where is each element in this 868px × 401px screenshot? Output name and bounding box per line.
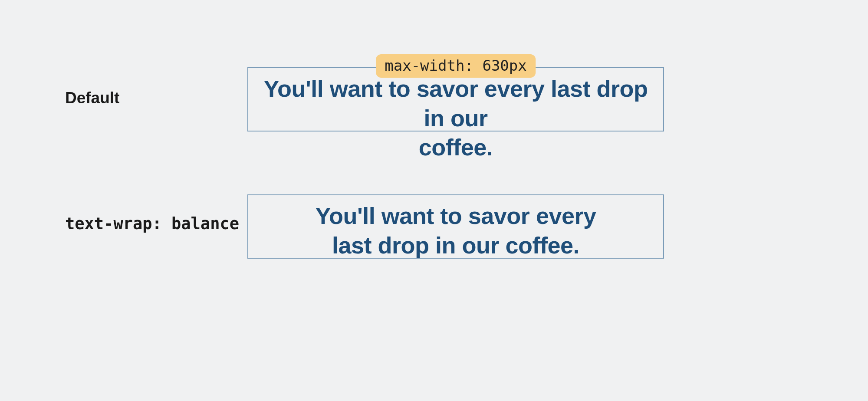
headline-box: You'll want to savor every last drop in … (247, 194, 664, 259)
headline-line-1: You'll want to savor every (315, 203, 596, 229)
example-label: text-wrap: balance (65, 214, 239, 233)
headline-text: You'll want to savor every last drop in … (256, 74, 655, 162)
example-label: Default (65, 89, 119, 107)
headline-line-1: You'll want to savor every last drop in … (263, 76, 648, 131)
headline-line-2: coffee. (419, 134, 493, 160)
headline-line-2: last drop in our coffee. (332, 232, 579, 258)
headline-box: max-width: 630px You'll want to savor ev… (247, 67, 664, 131)
headline-text: You'll want to savor every last drop in … (256, 201, 655, 260)
width-badge: max-width: 630px (376, 54, 536, 78)
